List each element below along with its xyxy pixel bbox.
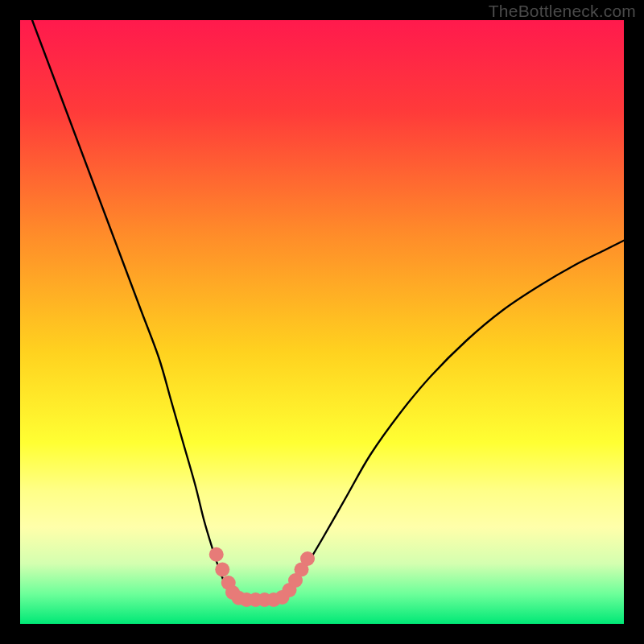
highlight-point xyxy=(300,551,315,566)
highlight-point xyxy=(209,547,224,562)
gradient-background xyxy=(20,20,624,624)
plot-area xyxy=(20,20,624,624)
highlight-point xyxy=(215,563,229,577)
watermark-text: TheBottleneck.com xyxy=(489,2,636,21)
bottleneck-chart xyxy=(20,20,624,624)
chart-frame: TheBottleneck.com xyxy=(0,0,644,644)
